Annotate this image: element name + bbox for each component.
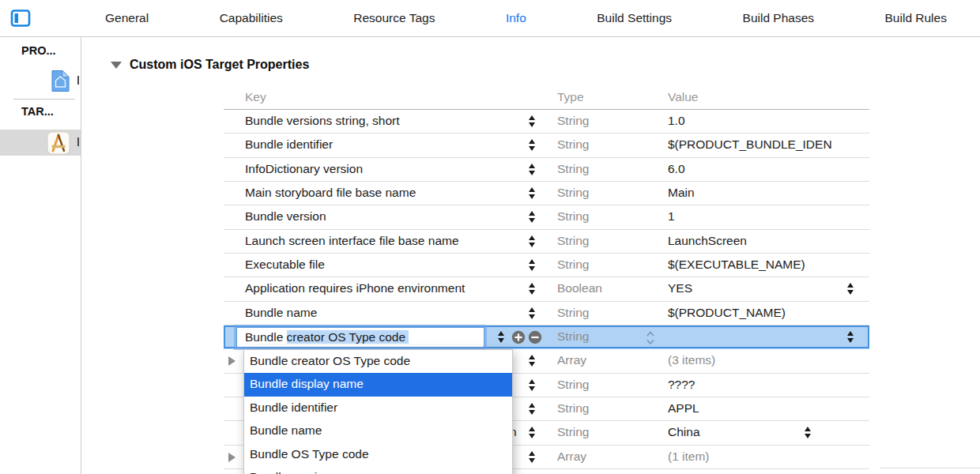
property-value[interactable]: APPL	[668, 401, 868, 416]
tab-capabilities[interactable]: Capabilities	[220, 11, 283, 25]
key-stepper-icon[interactable]	[529, 379, 535, 391]
property-row[interactable]: Application requires iPhone environmentB…	[224, 277, 869, 301]
property-value[interactable]: YES	[668, 281, 868, 295]
property-key[interactable]: Bundle versions string, short	[245, 114, 400, 128]
add-property-button[interactable]	[511, 330, 526, 344]
property-value[interactable]: China	[668, 425, 868, 439]
property-key[interactable]: Bundle version	[245, 209, 326, 224]
type-popup-chevrons-icon[interactable]	[645, 328, 656, 351]
tab-resource-tags[interactable]: Resource Tags	[353, 11, 435, 25]
property-value[interactable]: (1 item)	[668, 450, 868, 464]
property-type[interactable]: String	[557, 425, 590, 439]
key-stepper-icon[interactable]	[529, 283, 535, 295]
section-disclosure-triangle-icon[interactable]	[111, 62, 122, 69]
property-row[interactable]: Executable fileString$(EXECUTABLE_NAME)	[224, 254, 869, 277]
sidebar-divider	[13, 99, 75, 100]
property-type[interactable]: String	[557, 258, 590, 272]
project-targets-sidebar: PRO... TAR...	[0, 37, 81, 474]
property-value[interactable]: $(PRODUCT_BUNDLE_IDEN	[668, 137, 868, 152]
row-disclosure-triangle-icon[interactable]	[228, 453, 236, 462]
property-type[interactable]: Boolean	[557, 281, 602, 295]
autocomplete-item[interactable]: Bundle identifier	[244, 397, 512, 419]
key-stepper-icon[interactable]	[529, 164, 535, 175]
field-text: Bundle	[245, 330, 287, 344]
value-stepper-icon[interactable]	[805, 427, 811, 438]
remove-property-button[interactable]	[528, 330, 542, 344]
property-row[interactable]: Bundle identifierString$(PRODUCT_BUNDLE_…	[224, 134, 869, 157]
key-autocomplete-menu: Bundle creator OS Type codeBundle displa…	[243, 349, 513, 474]
property-value[interactable]: 1	[668, 209, 868, 224]
autocomplete-item[interactable]: Bundle creator OS Type code	[244, 350, 512, 373]
key-stepper-icon[interactable]	[529, 427, 535, 438]
autocomplete-item[interactable]: Bundle OS Type code	[244, 443, 512, 466]
section-title: Custom iOS Target Properties	[130, 58, 309, 72]
tab-general[interactable]: General	[105, 11, 149, 25]
key-stepper-icon[interactable]	[529, 211, 535, 223]
property-type[interactable]: Array	[557, 450, 586, 464]
property-row[interactable]: Bundle nameString$(PRODUCT_NAME)	[224, 302, 869, 325]
property-row[interactable]: InfoDictionary versionString6.0	[224, 158, 869, 182]
sidebar-item-project[interactable]	[0, 68, 81, 94]
column-header-key: Key	[245, 90, 266, 104]
property-type[interactable]: String	[557, 162, 590, 176]
property-key[interactable]: Executable file	[245, 258, 325, 272]
tab-build-rules[interactable]: Build Rules	[885, 11, 947, 25]
property-row[interactable]: Bundle versions string, shortString1.0	[224, 110, 869, 134]
property-type[interactable]: String	[557, 401, 590, 416]
property-value[interactable]: ????	[668, 378, 868, 392]
column-header-value: Value	[668, 90, 699, 104]
property-key[interactable]: Application requires iPhone environment	[245, 281, 465, 295]
property-value[interactable]: Main	[668, 186, 868, 200]
app-target-icon	[47, 131, 70, 155]
key-stepper-icon[interactable]	[529, 235, 535, 247]
property-value[interactable]: 6.0	[668, 162, 868, 176]
toggle-navigator-icon[interactable]	[10, 8, 31, 28]
key-stepper-icon[interactable]	[529, 187, 535, 199]
property-row[interactable]: Launch screen interface file base nameSt…	[224, 230, 869, 254]
property-type[interactable]: String	[557, 137, 590, 152]
key-stepper-icon[interactable]	[529, 307, 535, 319]
value-stepper-icon[interactable]	[847, 331, 854, 343]
key-stepper-icon[interactable]	[529, 355, 535, 367]
property-type[interactable]: String	[557, 306, 590, 320]
property-row[interactable]: Main storyboard file base nameStringMain	[224, 182, 869, 205]
tab-info[interactable]: Info	[506, 11, 526, 25]
sidebar-item-target[interactable]	[0, 130, 81, 156]
autocomplete-item[interactable]: Bundle version	[244, 466, 512, 474]
property-key[interactable]: Main storyboard file base name	[245, 186, 416, 200]
property-key[interactable]: Bundle identifier	[245, 137, 333, 152]
property-type[interactable]: String	[557, 234, 590, 248]
property-type[interactable]: String	[557, 114, 590, 128]
autocomplete-item[interactable]: Bundle name	[244, 419, 512, 442]
row-disclosure-triangle-icon[interactable]	[228, 356, 236, 366]
key-edit-field[interactable]: Bundle creator OS Type code	[236, 327, 484, 348]
property-key[interactable]: Launch screen interface file base name	[245, 234, 459, 248]
property-key[interactable]: Bundle name	[245, 306, 317, 320]
property-value[interactable]: $(EXECUTABLE_NAME)	[668, 258, 868, 272]
key-stepper-icon[interactable]	[529, 139, 535, 151]
property-value[interactable]: 1.0	[668, 114, 868, 128]
autocomplete-item[interactable]: Bundle display name	[244, 373, 512, 396]
property-value[interactable]: LaunchScreen	[668, 234, 868, 248]
tab-build-phases[interactable]: Build Phases	[743, 11, 814, 25]
property-value[interactable]: (3 items)	[668, 353, 868, 367]
property-row[interactable]: Bundle versionString1	[224, 205, 869, 229]
property-type[interactable]: String	[557, 378, 590, 392]
property-key[interactable]: InfoDictionary version	[245, 162, 363, 176]
key-stepper-icon[interactable]	[529, 115, 535, 127]
property-type[interactable]: Array	[557, 353, 586, 367]
property-value[interactable]: $(PRODUCT_NAME)	[668, 306, 868, 320]
key-stepper-icon[interactable]	[498, 331, 504, 343]
key-stepper-icon[interactable]	[529, 451, 535, 463]
value-stepper-icon[interactable]	[847, 283, 854, 295]
field-text-selection: creator OS Type code	[287, 330, 409, 344]
clipped-text-fragment	[77, 137, 79, 146]
key-stepper-icon[interactable]	[529, 403, 535, 415]
property-type[interactable]: String	[557, 186, 590, 200]
property-row-selected[interactable]: Bundle creator OS Type code String	[224, 325, 869, 349]
property-type[interactable]: String	[557, 329, 590, 344]
property-type[interactable]: String	[557, 209, 590, 224]
tab-build-settings[interactable]: Build Settings	[597, 11, 672, 25]
separator	[880, 468, 980, 468]
key-stepper-icon[interactable]	[529, 259, 535, 271]
